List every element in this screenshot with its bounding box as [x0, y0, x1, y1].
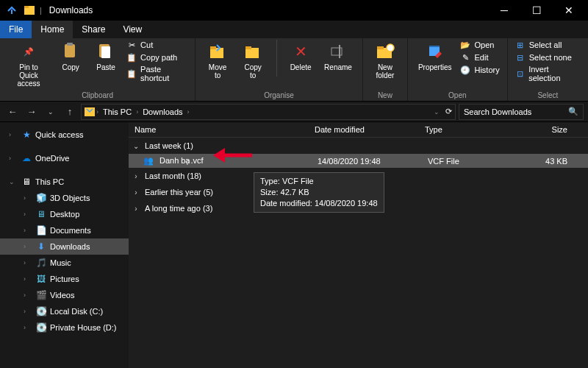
back-button[interactable]: ← — [4, 104, 21, 120]
pin-quick-access-button[interactable]: 📌 Pin to Quick access — [7, 40, 50, 89]
sidebar-item-pictures[interactable]: ›🖼Pictures — [0, 271, 129, 287]
tab-file[interactable]: File — [0, 21, 32, 38]
group-organise: Move to Copy to ✕ Delete Rename Organise — [196, 38, 363, 101]
minimize-button[interactable]: ─ — [488, 0, 520, 21]
music-icon: 🎵 — [35, 257, 47, 269]
disk-icon: 💽 — [35, 322, 47, 333]
svg-rect-10 — [245, 46, 251, 49]
col-size[interactable]: Size — [520, 125, 582, 134]
folder-icon — [85, 107, 95, 116]
sidebar-item-onedrive[interactable]: ›☁OneDrive — [0, 150, 129, 166]
contact-icon: 👥 — [143, 156, 155, 166]
sidebar-item-local-disk-c-[interactable]: ›💽Local Disk (C:) — [0, 303, 129, 319]
properties-button[interactable]: Properties — [415, 40, 455, 73]
paste-shortcut-icon: 📋 — [126, 68, 137, 79]
search-input[interactable]: Search Downloads 🔍 — [459, 104, 584, 120]
cube-icon: 🧊 — [35, 192, 47, 204]
sidebar-item-desktop[interactable]: ›🖥Desktop — [0, 206, 129, 222]
expand-icon: › — [132, 205, 140, 213]
edit-button[interactable]: ✎Edit — [460, 52, 499, 63]
sidebar-item-documents[interactable]: ›📄Documents — [0, 222, 129, 238]
col-name[interactable]: Name — [135, 125, 315, 134]
copy-button[interactable]: Copy — [56, 40, 85, 73]
sidebar-item-3d-objects[interactable]: ›🧊3D Objects — [0, 190, 129, 206]
pin-icon: 📌 — [18, 41, 39, 62]
star-icon: ★ — [21, 129, 32, 141]
window-title: Downloads — [49, 5, 93, 15]
copy-path-icon: 📋 — [126, 52, 137, 63]
tab-view[interactable]: View — [114, 21, 151, 38]
titlebar: | Downloads ─ ☐ ✕ — [0, 0, 588, 21]
sidebar-item-private-house-d-[interactable]: ›💽Private House (D:) — [0, 319, 129, 336]
chevron-icon[interactable]: › — [136, 108, 138, 116]
cut-icon: ✂ — [126, 40, 137, 50]
refresh-button[interactable]: ⟳ — [445, 107, 452, 116]
tab-share[interactable]: Share — [73, 21, 114, 38]
open-button[interactable]: 📂Open — [460, 40, 499, 50]
expand-icon: › — [132, 188, 140, 197]
paste-button[interactable]: Paste — [91, 40, 121, 73]
address-bar-row: ← → ⌄ ↑ › This PC › Downloads › ⌄ ⟳ Sear… — [0, 102, 588, 122]
invert-selection-button[interactable]: ⊡Invert selection — [515, 65, 581, 82]
paste-shortcut-button[interactable]: 📋Paste shortcut — [126, 65, 187, 82]
forward-button[interactable]: → — [24, 104, 40, 120]
sidebar-item-thispc[interactable]: ⌄🖥This PC — [0, 174, 129, 190]
close-button[interactable]: ✕ — [553, 0, 585, 21]
down-icon: ⬇ — [35, 241, 47, 252]
vid-icon: 🎬 — [35, 289, 47, 301]
group-label: Organise — [264, 91, 294, 101]
sidebar-item-music[interactable]: ›🎵Music — [0, 255, 129, 271]
svg-point-15 — [387, 44, 394, 52]
group-clipboard: 📌 Pin to Quick access Copy Paste ✂Cut 📋C… — [0, 38, 196, 101]
chevron-icon[interactable]: › — [96, 108, 98, 116]
pc-icon: 🖥 — [21, 176, 32, 188]
group-lastweek[interactable]: ⌄Last week (1) — [129, 138, 588, 154]
cloud-icon: ☁ — [21, 152, 32, 164]
move-to-button[interactable]: Move to — [203, 40, 232, 81]
open-icon: 📂 — [460, 40, 470, 50]
crumb-downloads[interactable]: Downloads — [140, 107, 185, 116]
sidebar-item-videos[interactable]: ›🎬Videos — [0, 287, 129, 303]
doc-icon: 📄 — [35, 224, 47, 236]
recent-button[interactable]: ⌄ — [43, 104, 59, 120]
select-none-button[interactable]: ⊟Select none — [515, 52, 581, 63]
tab-home[interactable]: Home — [32, 21, 73, 38]
group-select: ⊞Select all ⊟Select none ⊡Invert selecti… — [508, 38, 588, 101]
svg-rect-3 — [65, 44, 75, 57]
ribbon: 📌 Pin to Quick access Copy Paste ✂Cut 📋C… — [0, 38, 588, 102]
svg-rect-4 — [67, 43, 73, 46]
crumb-thispc[interactable]: This PC — [100, 107, 135, 116]
folder-icon — [6, 4, 18, 16]
svg-rect-9 — [245, 48, 259, 58]
col-date[interactable]: Date modified — [315, 125, 425, 134]
svg-rect-6 — [101, 46, 110, 58]
desktop-icon: 🖥 — [35, 208, 47, 220]
edit-icon: ✎ — [460, 52, 470, 63]
group-label: Select — [537, 91, 558, 101]
rename-icon — [328, 41, 348, 62]
svg-rect-2 — [24, 6, 29, 8]
sidebar-item-downloads[interactable]: ›⬇Downloads — [0, 238, 129, 255]
dropdown-icon[interactable]: ⌄ — [434, 108, 440, 116]
disk-icon: 💽 — [35, 305, 47, 317]
select-all-button[interactable]: ⊞Select all — [515, 40, 581, 50]
col-type[interactable]: Type — [425, 125, 520, 134]
copy-to-button[interactable]: Copy to — [238, 40, 268, 81]
svg-rect-14 — [377, 46, 384, 49]
new-folder-button[interactable]: New folder — [370, 40, 400, 81]
history-button[interactable]: 🕘History — [460, 65, 499, 75]
chevron-icon[interactable]: › — [187, 108, 190, 116]
column-headers[interactable]: Name Date modified Type Size — [129, 122, 588, 138]
up-button[interactable]: ↑ — [62, 104, 78, 120]
rename-button[interactable]: Rename — [321, 40, 355, 73]
delete-button[interactable]: ✕ Delete — [286, 40, 315, 73]
nav-sidebar: ›★Quick access ›☁OneDrive ⌄🖥This PC ›🧊3D… — [0, 122, 129, 368]
file-row[interactable]: 👥 Danh bạ.vcf 14/08/2020 19:48 VCF File … — [129, 154, 588, 168]
copy-path-button[interactable]: 📋Copy path — [126, 52, 187, 63]
cut-button[interactable]: ✂Cut — [126, 40, 187, 50]
select-all-icon: ⊞ — [515, 40, 526, 50]
address-bar[interactable]: › This PC › Downloads › ⌄ ⟳ — [81, 104, 456, 120]
maximize-button[interactable]: ☐ — [520, 0, 553, 21]
copy-icon — [60, 41, 81, 62]
sidebar-item-quick-access[interactable]: ›★Quick access — [0, 127, 129, 143]
